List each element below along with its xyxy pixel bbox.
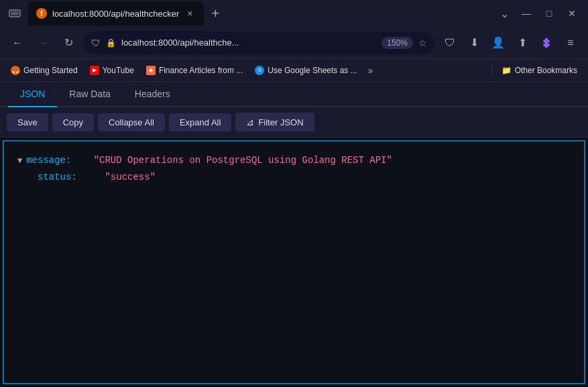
viewer-tabs-bar: JSON Raw Data Headers xyxy=(0,82,588,107)
address-bar[interactable]: 🛡 🔒 localhost:8000/api/healthche... 150%… xyxy=(83,32,435,54)
titlebar: f localhost:8000/api/healthchecker × + ⌄… xyxy=(0,0,588,27)
sheets-label: Use Google Sheets as ... xyxy=(268,66,357,75)
more-bookmarks-button[interactable]: » xyxy=(364,62,377,78)
back-icon: ← xyxy=(12,37,23,49)
finance-favicon: ◆ xyxy=(146,66,156,75)
pocket-icon[interactable]: 🛡 xyxy=(439,32,461,54)
tabs-dropdown-button[interactable]: ⌄ xyxy=(497,5,512,23)
browser-icon xyxy=(5,4,24,23)
json-viewer: JSON Raw Data Headers Save Copy Collapse… xyxy=(0,82,588,387)
maximize-button[interactable]: □ xyxy=(538,4,560,23)
viewer-toolbar: Save Copy Collapse All Expand All ⊿ Filt… xyxy=(0,107,588,137)
tab-favicon: f xyxy=(36,8,47,19)
other-bookmarks-folder[interactable]: 📁 Other Bookmarks xyxy=(496,63,583,78)
json-key-status: status: xyxy=(38,169,77,186)
getting-started-favicon: 🦊 xyxy=(11,66,20,75)
share-icon[interactable]: ⬆ xyxy=(512,32,533,54)
json-row-message: ▼ message: "CRUD Operations on PostgreSQ… xyxy=(17,152,571,169)
tab-headers[interactable]: Headers xyxy=(123,82,182,107)
json-colon-message xyxy=(71,152,88,169)
collapse-all-button[interactable]: Collapse All xyxy=(98,113,165,131)
lock-icon: 🔒 xyxy=(106,38,116,48)
sheets-favicon: S xyxy=(255,66,264,75)
zoom-level[interactable]: 150% xyxy=(381,37,413,49)
active-tab[interactable]: f localhost:8000/api/healthchecker × xyxy=(28,1,204,25)
save-button[interactable]: Save xyxy=(7,113,48,131)
tab-title: localhost:8000/api/healthchecker xyxy=(52,9,179,19)
extension-icon[interactable] xyxy=(536,32,557,54)
other-bookmarks-label: Other Bookmarks xyxy=(515,66,577,75)
filter-json-label: Filter JSON xyxy=(258,117,303,127)
bookmark-getting-started[interactable]: 🦊 Getting Started xyxy=(5,63,83,78)
filter-icon: ⊿ xyxy=(246,117,254,127)
bookmark-star-icon[interactable]: ☆ xyxy=(418,38,427,48)
youtube-favicon: ▶ xyxy=(90,66,99,75)
expand-arrow-icon[interactable]: ▼ xyxy=(17,154,22,169)
finance-label: Finance Articles from ... xyxy=(159,66,243,75)
filter-json-button[interactable]: ⊿ Filter JSON xyxy=(235,113,314,131)
url-display: localhost:8000/api/healthche... xyxy=(121,38,376,48)
json-colon-status xyxy=(77,169,100,186)
back-button[interactable]: ← xyxy=(7,32,28,54)
tab-bar: f localhost:8000/api/healthchecker × + xyxy=(28,1,493,25)
bookmark-youtube[interactable]: ▶ YouTube xyxy=(84,63,139,78)
tab-close-button[interactable]: × xyxy=(184,7,195,20)
expand-all-button[interactable]: Expand All xyxy=(169,113,231,131)
downloads-icon[interactable]: ⬇ xyxy=(463,32,485,54)
navbar: ← → ↻ 🛡 🔒 localhost:8000/api/healthche..… xyxy=(0,27,588,59)
profile-icon[interactable]: 👤 xyxy=(487,32,509,54)
menu-icon[interactable]: ≡ xyxy=(560,32,581,54)
forward-icon: → xyxy=(38,37,48,49)
bookmarks-divider xyxy=(491,64,492,76)
nav-right-icons: 🛡 ⬇ 👤 ⬆ ≡ xyxy=(439,32,581,54)
json-key-message: message: xyxy=(26,152,71,169)
getting-started-label: Getting Started xyxy=(23,66,78,75)
minimize-button[interactable]: — xyxy=(516,4,537,23)
bookmarks-bar: 🦊 Getting Started ▶ YouTube ◆ Finance Ar… xyxy=(0,59,588,82)
new-tab-button[interactable]: + xyxy=(207,3,225,24)
close-button[interactable]: ✕ xyxy=(561,4,583,23)
window-controls: — □ ✕ xyxy=(516,4,583,23)
tab-raw-data[interactable]: Raw Data xyxy=(57,82,122,107)
folder-icon: 📁 xyxy=(502,66,512,75)
json-content-area: ▼ message: "CRUD Operations on PostgreSQ… xyxy=(3,140,585,384)
json-value-message: "CRUD Operations on PostgreSQL using Gol… xyxy=(94,152,392,169)
youtube-label: YouTube xyxy=(103,66,134,75)
security-shield-icon: 🛡 xyxy=(91,38,101,48)
svg-rect-2 xyxy=(11,11,19,15)
reload-button[interactable]: ↻ xyxy=(58,32,79,54)
forward-button[interactable]: → xyxy=(32,32,54,54)
reload-icon: ↻ xyxy=(64,36,73,49)
json-value-status: "success" xyxy=(105,169,156,186)
copy-button[interactable]: Copy xyxy=(52,113,94,131)
bookmark-sheets[interactable]: S Use Google Sheets as ... xyxy=(249,63,362,78)
tab-json[interactable]: JSON xyxy=(8,82,57,107)
bookmark-finance[interactable]: ◆ Finance Articles from ... xyxy=(141,63,248,78)
json-row-status: status: "success" xyxy=(17,169,571,186)
